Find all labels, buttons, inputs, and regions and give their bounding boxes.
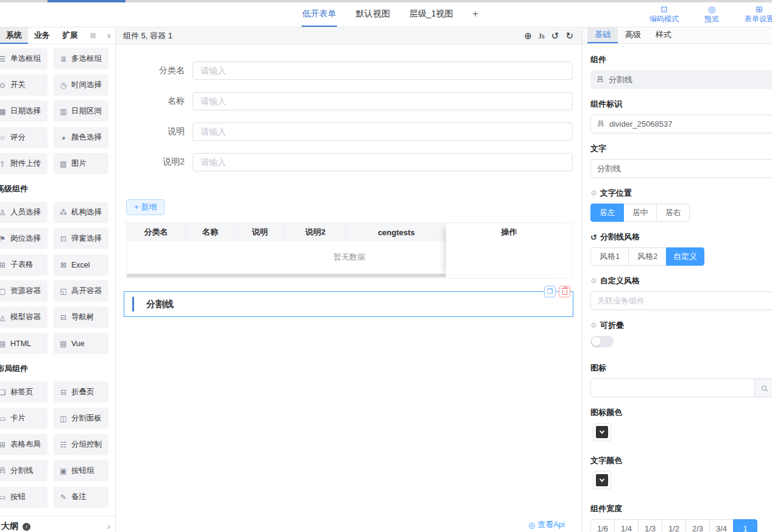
style2-button[interactable]: 风格2 <box>628 247 667 266</box>
width-1-4-button[interactable]: 1/4 <box>614 519 639 532</box>
palette-item-time-picker[interactable]: ◷时间选择 <box>54 74 108 96</box>
palette-tab-system[interactable]: 系统 <box>0 27 28 44</box>
palette-tab-extension[interactable]: 扩展 <box>56 27 84 44</box>
palette-item-org-select[interactable]: ⁂机构选择 <box>54 202 108 223</box>
palette-item-button[interactable]: ▭按钮 <box>0 486 48 508</box>
palette-item-remark[interactable]: ✎备注 <box>54 486 108 508</box>
tab-style[interactable]: 样式 <box>648 27 679 43</box>
icon-input[interactable] <box>591 379 754 397</box>
style1-button[interactable]: 风格1 <box>590 247 629 266</box>
position-center-button[interactable]: 居中 <box>623 204 657 222</box>
palette-item-card[interactable]: ▭卡片 <box>0 408 48 429</box>
badge-icon: ⚑ <box>0 235 7 243</box>
preview-button[interactable]: ◎ 预览 <box>693 4 731 24</box>
tab-level1-view[interactable]: 层级_1视图 <box>409 2 454 27</box>
width-1-2-button[interactable]: 1/2 <box>662 519 686 532</box>
palette-item-split-panel[interactable]: ◫分割面板 <box>54 408 108 429</box>
component-id-input[interactable] <box>609 119 767 129</box>
outline-bar[interactable]: 大纲 i › <box>0 516 115 532</box>
name-input[interactable] <box>193 92 573 110</box>
add-row-button[interactable]: + 新增 <box>126 199 165 215</box>
palette-item-table-layout[interactable]: ⊞表格布局 <box>0 434 48 455</box>
group-control-icon: ☷ <box>58 441 68 449</box>
palette-item-collapse[interactable]: ⊟折叠页 <box>54 381 108 403</box>
palette-item-divider[interactable]: 吕分割线 <box>0 460 48 481</box>
palette-tab-label: 扩展 <box>62 30 78 41</box>
palette-item-popup-select[interactable]: ⊡弹窗选择 <box>54 228 108 249</box>
palette-item-vue[interactable]: ▤Vue <box>54 333 108 354</box>
palette-item-resource-container[interactable]: ▢资源容器 <box>0 280 48 302</box>
delete-component-button[interactable] <box>559 286 570 297</box>
palette-item-rate[interactable]: ☆评分 <box>0 127 48 148</box>
palette-item-lowcode-container[interactable]: ◱高开容器 <box>54 280 108 302</box>
form-settings-button[interactable]: ⊞ 表单设置 <box>740 4 772 24</box>
inspector-tabs: 基础 高级 样式 <box>583 27 772 44</box>
palette-item-date-range[interactable]: ▥日期区间 <box>54 101 108 122</box>
reset-icon[interactable]: ↺ <box>590 233 597 242</box>
view-api-link[interactable]: ◎ 查看Api <box>528 519 565 530</box>
palette-item-model-container[interactable]: ◬模型容器 <box>0 307 48 328</box>
width-full-button[interactable]: 1 <box>733 519 757 532</box>
redo-icon[interactable]: ↻ <box>565 31 573 40</box>
width-1-3-button[interactable]: 1/3 <box>638 519 662 532</box>
tab-basic[interactable]: 基础 <box>587 27 618 43</box>
undo-icon[interactable]: ↺ <box>551 31 559 40</box>
position-right-button[interactable]: 居右 <box>656 204 690 222</box>
palette-item-date-picker[interactable]: ▦日期选择 <box>0 101 48 122</box>
text-position-label: ⚙ 文字位置 <box>590 188 772 199</box>
palette-item-excel[interactable]: ⊠Excel <box>54 254 108 275</box>
text-color-picker[interactable] <box>593 471 611 489</box>
text-input[interactable] <box>597 164 767 173</box>
tab-default-view[interactable]: 默认视图 <box>355 2 391 27</box>
code-container-icon: ◱ <box>58 287 68 296</box>
js-icon[interactable]: Js <box>539 32 545 40</box>
palette-item-nav-tree[interactable]: ⊟导航树 <box>54 307 108 328</box>
scrollbar-thumb[interactable] <box>127 274 468 277</box>
description2-input[interactable] <box>193 153 573 171</box>
palette-item-radio-group[interactable]: ☰单选框组 <box>0 48 48 69</box>
palette-item-group-control[interactable]: ☷分组控制 <box>54 434 108 455</box>
icon-search-button[interactable] <box>754 379 772 397</box>
chevron-down-icon[interactable]: ∨ <box>107 32 112 40</box>
palette-item-subtable[interactable]: ⊞子表格 <box>0 254 48 275</box>
group-icon: 图标 <box>590 363 772 397</box>
custom-style-input[interactable] <box>597 296 767 305</box>
position-left-button[interactable]: 居左 <box>590 204 624 222</box>
palette-item-html[interactable]: ▤HTML <box>0 333 48 354</box>
width-3-4-button[interactable]: 3/4 <box>709 519 734 532</box>
palette-tab-business[interactable]: 业务 <box>28 27 56 44</box>
component-id-field: 吕 <box>590 115 772 133</box>
palette-item-switch[interactable]: ⊙开关 <box>0 74 48 96</box>
palette-item-tabs[interactable]: ❏标签页 <box>0 381 48 403</box>
category-name-input[interactable] <box>193 62 573 80</box>
collapsible-toggle[interactable] <box>590 336 614 347</box>
tab-advanced[interactable]: 高级 <box>618 27 648 43</box>
palette-item-upload[interactable]: ⇧附件上传 <box>0 153 48 174</box>
add-view-button[interactable]: + <box>472 2 479 27</box>
palette-item-post-select[interactable]: ⚑岗位选择 <box>0 228 48 249</box>
palette-item-image[interactable]: ▨图片 <box>54 153 108 174</box>
palette-item-button-group[interactable]: ▣按钮组 <box>54 460 108 481</box>
inspector-body: 组件 吕 分割线 组件标识 吕 文字 <box>583 44 772 532</box>
width-2-3-button[interactable]: 2/3 <box>685 519 710 532</box>
text-position-group: 居左 居中 居右 <box>590 204 690 222</box>
custom-style-button[interactable]: 自定义 <box>666 247 704 266</box>
globe-icon[interactable]: ⊕ <box>524 31 532 40</box>
icon-field <box>590 378 772 397</box>
vue-icon: ▤ <box>58 339 68 348</box>
palette-item-checkbox-group[interactable]: ≣多选框组 <box>54 48 108 69</box>
width-1-6-button[interactable]: 1/6 <box>590 519 615 532</box>
copy-component-button[interactable]: ❐ <box>544 286 556 297</box>
palette-item-color-picker[interactable]: ◕颜色选择 <box>54 127 108 148</box>
description-input[interactable] <box>193 122 573 141</box>
code-mode-button[interactable]: ⊡ 编码模式 <box>645 4 683 24</box>
divider-icon: 吕 <box>0 466 7 476</box>
fixed-actions-column: 操作 <box>446 223 572 278</box>
table-layout-icon: ⊞ <box>0 441 7 449</box>
view-api-label: 查看Api <box>537 519 565 530</box>
tab-lowcode-form[interactable]: 低开表单 <box>302 2 337 27</box>
palette-item-person-select[interactable]: ♙人员选择 <box>0 202 48 223</box>
chevron-right-icon[interactable]: › <box>107 522 110 531</box>
selected-divider-component[interactable]: 分割线 ❐ <box>124 291 573 317</box>
icon-color-picker[interactable] <box>593 423 611 441</box>
